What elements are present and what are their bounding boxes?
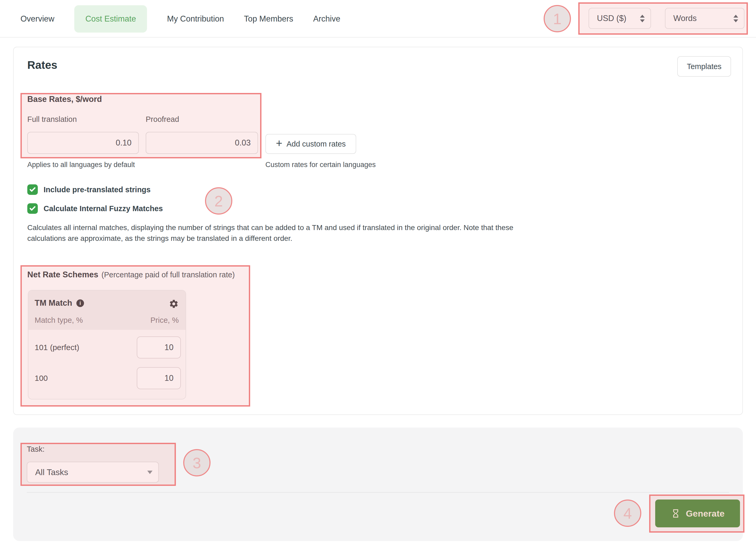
check-icon xyxy=(29,205,36,212)
tab-archive[interactable]: Archive xyxy=(313,14,340,24)
fuzzy-matches-description: Calculates all internal matches, display… xyxy=(27,222,544,244)
match-type-101-label: 101 (perfect) xyxy=(35,343,79,352)
price-column-header: Price, % xyxy=(150,316,179,325)
base-rates-heading: Base Rates, $/word xyxy=(27,94,102,104)
chevron-down-icon xyxy=(147,471,153,474)
generate-panel: Task: All Tasks Generate xyxy=(13,428,743,541)
pre-translated-checkbox[interactable] xyxy=(27,184,38,195)
net-rate-schemes-heading: Net Rate Schemes xyxy=(27,270,98,280)
tm-match-title-row: TM Match i xyxy=(35,298,84,308)
internal-fuzzy-checkbox[interactable] xyxy=(27,203,38,214)
rates-card: Rates Templates Base Rates, $/word Full … xyxy=(13,47,743,415)
custom-rates-note: Custom rates for certain languages xyxy=(265,161,376,169)
tm-match-card: TM Match i Match type, % Price, % 101 (p… xyxy=(28,290,186,400)
currency-select[interactable]: USD ($) xyxy=(589,8,651,29)
add-custom-rates-button[interactable]: + Add custom rates xyxy=(265,134,356,154)
generate-button[interactable]: Generate xyxy=(655,500,740,527)
info-icon[interactable]: i xyxy=(76,300,84,307)
price-100-input[interactable] xyxy=(137,367,181,389)
top-nav: Overview Cost Estimate My Contribution T… xyxy=(20,5,340,33)
match-type-100-label: 100 xyxy=(35,374,48,383)
net-rate-schemes-heading-row: Net Rate Schemes (Percentage paid of ful… xyxy=(27,270,235,280)
tm-match-title: TM Match xyxy=(35,298,72,308)
currency-select-value: USD ($) xyxy=(597,14,626,23)
gear-icon[interactable] xyxy=(169,299,179,309)
pre-translated-label: Include pre-translated strings xyxy=(44,185,151,194)
full-translation-rate-input[interactable] xyxy=(27,132,139,154)
panel-divider xyxy=(27,492,729,493)
templates-button[interactable]: Templates xyxy=(677,56,731,77)
net-rate-schemes-subheading: (Percentage paid of full translation rat… xyxy=(102,270,235,279)
select-updown-icon xyxy=(733,15,738,22)
price-101-input[interactable] xyxy=(137,337,181,359)
base-rates-note: Applies to all languages by default xyxy=(27,161,135,169)
proofread-rate-input[interactable] xyxy=(146,132,258,154)
plus-icon: + xyxy=(276,138,282,149)
rates-title: Rates xyxy=(27,59,57,71)
tab-top-members[interactable]: Top Members xyxy=(244,14,293,24)
full-translation-label: Full translation xyxy=(27,115,77,124)
proofread-label: Proofread xyxy=(146,115,179,124)
task-select[interactable]: All Tasks xyxy=(27,462,159,483)
check-icon xyxy=(29,186,36,193)
annotation-step-1: 1 xyxy=(544,5,571,32)
select-updown-icon xyxy=(640,15,645,22)
option-row: Include pre-translated strings xyxy=(27,184,151,195)
add-custom-rates-label: Add custom rates xyxy=(286,140,346,148)
nav-divider xyxy=(0,37,756,38)
unit-select[interactable]: Words xyxy=(665,8,744,29)
tm-match-card-header: TM Match i Match type, % Price, % xyxy=(28,291,186,330)
tab-cost-estimate[interactable]: Cost Estimate xyxy=(74,5,147,33)
hourglass-icon xyxy=(671,508,681,518)
internal-fuzzy-label: Calculate Internal Fuzzy Matches xyxy=(44,204,163,213)
generate-button-label: Generate xyxy=(686,508,725,519)
tab-overview[interactable]: Overview xyxy=(20,14,54,24)
option-row: Calculate Internal Fuzzy Matches xyxy=(27,203,163,214)
task-label: Task: xyxy=(27,445,45,454)
cost-estimate-page: Overview Cost Estimate My Contribution T… xyxy=(0,0,756,546)
task-select-value: All Tasks xyxy=(35,468,68,477)
match-type-column-header: Match type, % xyxy=(35,316,83,325)
unit-select-value: Words xyxy=(673,14,697,23)
tab-my-contribution[interactable]: My Contribution xyxy=(167,14,224,24)
